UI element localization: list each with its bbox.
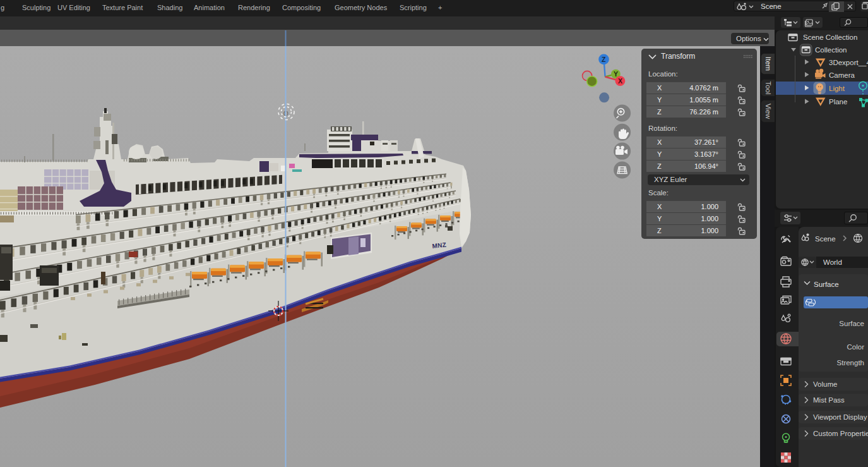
svg-text:Tool: Tool	[764, 81, 772, 94]
svg-text:Light: Light	[829, 85, 845, 92]
svg-text:3Dexport__4: 3Dexport__4	[829, 59, 868, 66]
svg-text:Surface: Surface	[814, 281, 839, 288]
svg-text:Scene: Scene	[815, 235, 836, 243]
svg-text:Color: Color	[847, 343, 865, 351]
svg-text:Plane: Plane	[829, 98, 847, 106]
svg-text:Volume: Volume	[813, 380, 837, 388]
svg-text:Custom Properties: Custom Properties	[813, 430, 868, 437]
svg-text:Item: Item	[764, 57, 772, 71]
svg-text:MNZ: MNZ	[432, 241, 447, 250]
svg-text:World: World	[823, 258, 842, 266]
svg-text:Collection: Collection	[815, 46, 847, 54]
svg-text:Strength: Strength	[837, 359, 864, 367]
svg-text:View: View	[764, 104, 772, 119]
svg-text:Camera: Camera	[829, 71, 855, 79]
svg-text:Scene Collection: Scene Collection	[803, 33, 857, 41]
svg-text:Viewport Display: Viewport Display	[813, 413, 867, 421]
svg-text:Surface: Surface	[839, 320, 864, 327]
svg-text:Mist Pass: Mist Pass	[813, 396, 845, 404]
